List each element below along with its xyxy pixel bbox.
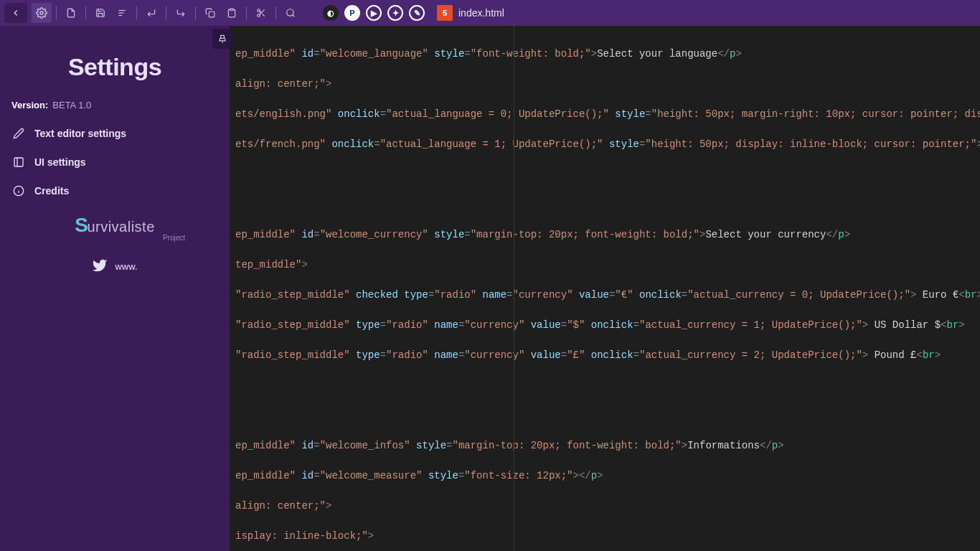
version-row: Version:BETA 1.0 — [0, 100, 230, 119]
svg-line-9 — [262, 14, 264, 16]
document-icon[interactable]: ✎ — [409, 5, 425, 21]
sidebar: Settings Version:BETA 1.0 Text editor se… — [0, 26, 230, 551]
back-button[interactable] — [4, 3, 27, 23]
layout-icon — [11, 155, 26, 169]
svg-point-7 — [258, 14, 260, 17]
save-button[interactable] — [90, 3, 110, 23]
main-area: Settings Version:BETA 1.0 Text editor se… — [0, 26, 980, 551]
sidebar-item-label: Text editor settings — [34, 128, 126, 139]
svg-rect-5 — [230, 9, 234, 10]
sidebar-item-label: Credits — [34, 185, 69, 197]
toolbar-separator — [246, 6, 247, 19]
redo-button[interactable] — [171, 3, 191, 23]
run-dark-icon[interactable]: ◐ — [323, 5, 339, 21]
sidebar-item-credits[interactable]: Credits — [0, 176, 230, 205]
html5-badge-icon: 5 — [437, 5, 453, 21]
svg-point-0 — [40, 11, 43, 14]
svg-rect-4 — [209, 11, 215, 17]
toolbar-separator — [275, 6, 276, 19]
svg-point-6 — [258, 9, 260, 12]
toolbar-separator — [136, 6, 137, 19]
version-value: BETA 1.0 — [52, 100, 91, 110]
svg-line-10 — [260, 11, 261, 13]
toolbar-separator — [166, 6, 166, 19]
toolbar-separator — [56, 6, 57, 19]
info-icon — [11, 184, 26, 198]
sidebar-item-label: UI settings — [34, 156, 86, 168]
svg-point-11 — [287, 9, 293, 16]
new-file-button[interactable] — [61, 3, 81, 23]
pin-button[interactable] — [212, 29, 232, 49]
paypal-icon[interactable]: P — [344, 5, 360, 21]
settings-button[interactable] — [32, 3, 52, 23]
code-editor[interactable]: ep_middle" id="welcome_language" style="… — [230, 26, 980, 551]
paste-button[interactable] — [222, 3, 242, 23]
cut-button[interactable] — [251, 3, 271, 23]
toolbar-separator — [85, 6, 86, 19]
sidebar-item-text-editor[interactable]: Text editor settings — [0, 119, 230, 148]
version-label: Version: — [11, 100, 48, 110]
filename-label: index.html — [458, 7, 504, 19]
social-text: www. — [115, 261, 137, 272]
pencil-icon — [11, 126, 26, 141]
play-icon[interactable]: ▶ — [366, 5, 382, 21]
sidebar-title: Settings — [0, 26, 230, 100]
svg-line-12 — [293, 15, 295, 17]
brand-logo: Survivaliste — [75, 214, 155, 237]
toolbar: ◐ P ▶ ✦ ✎ 5 index.html — [0, 0, 980, 26]
toolbar-separator — [195, 6, 196, 19]
undo-button[interactable] — [141, 3, 161, 23]
sidebar-item-ui-settings[interactable]: UI settings — [0, 148, 230, 176]
save-all-button[interactable] — [112, 3, 132, 23]
search-button[interactable] — [281, 3, 301, 23]
svg-rect-14 — [14, 158, 23, 166]
twitter-icon — [92, 258, 108, 276]
copy-button[interactable] — [200, 3, 220, 23]
settings-circle-icon[interactable]: ✦ — [387, 5, 403, 21]
brand-block: Survivaliste Project — [0, 214, 230, 242]
social-row[interactable]: www. — [0, 258, 230, 276]
